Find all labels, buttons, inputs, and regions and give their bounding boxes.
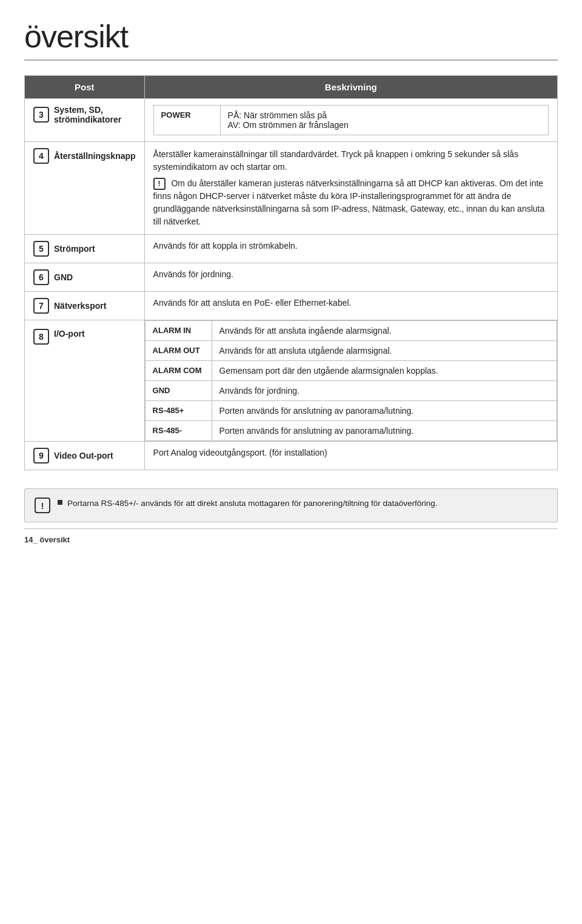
desc-cell-4: Återställer kamerainställningar till sta… [144, 142, 557, 235]
sub-row-gnd: GND Används för jordning. [145, 381, 557, 401]
alarm-out-label: ALARM OUT [145, 341, 212, 361]
note-content: Portarna RS-485+/- används för att direk… [58, 497, 437, 510]
gnd-desc: Används för jordning. [212, 381, 557, 401]
desc-cell-9: Port Analog videoutgångsport. (för insta… [144, 442, 557, 470]
table-row: 7 Nätverksport Används för att ansluta e… [25, 292, 558, 320]
rs485plus-label: RS-485+ [145, 401, 212, 421]
sub-row-rs485minus: RS-485- Porten används för anslutning av… [145, 421, 557, 441]
gnd-label: GND [145, 381, 212, 401]
alarm-com-desc: Gemensam port där den utgående alarmsign… [212, 361, 557, 381]
table-row: 6 GND Används för jordning. [25, 263, 558, 292]
sub-row-alarm-in: ALARM IN Används för att ansluta ingåend… [145, 321, 557, 341]
main-table: Post Beskrivning 3 System, SD,strömindik… [24, 75, 558, 470]
post-label-8: I/O-port [54, 329, 85, 339]
reset-warn: ! Om du återställer kameran justeras nät… [153, 177, 549, 228]
desc-cell-8: ALARM IN Används för att ansluta ingåend… [144, 320, 557, 442]
bullet-icon [58, 500, 62, 505]
sub-row-power: POWER PÅ: När strömmen slås på AV: Om st… [153, 106, 548, 135]
post-cell-6: 6 GND [33, 269, 136, 285]
page-footer: 14_ översikt [24, 528, 558, 544]
table-row: 3 System, SD,strömindikatorer POWER PÅ: … [25, 99, 558, 142]
alarm-in-desc: Används för att ansluta ingående alarmsi… [212, 321, 557, 341]
post-label-5: Strömport [54, 244, 95, 254]
sub-desc-power: PÅ: När strömmen slås på AV: Om strömmen… [220, 106, 548, 135]
number-badge-5: 5 [33, 241, 49, 257]
post-cell-8: 8 I/O-port [33, 326, 136, 345]
table-row-io: 8 I/O-port ALARM IN Används för att ansl… [25, 320, 558, 442]
desc-text-9: Port Analog videoutgångsport. (för insta… [153, 448, 327, 457]
power-on: PÅ: När strömmen slås på [228, 110, 327, 120]
alarm-in-label: ALARM IN [145, 321, 212, 341]
post-cell-9: 9 Video Out-port [33, 448, 136, 464]
number-badge-6: 6 [33, 269, 49, 285]
post-cell-3: 3 System, SD,strömindikatorer [33, 105, 136, 124]
number-badge-8: 8 [33, 329, 49, 345]
sub-label-power: POWER [153, 106, 220, 135]
alarm-out-desc: Används för att ansluta utgående alarmsi… [212, 341, 557, 361]
post-cell-7: 7 Nätverksport [33, 298, 136, 314]
note-icon: ! [35, 497, 50, 513]
desc-text-5: Används för att koppla in strömkabeln. [153, 241, 298, 251]
note-text: Portarna RS-485+/- används för att direk… [67, 497, 437, 510]
number-badge-3: 3 [33, 107, 49, 123]
post-cell-5: 5 Strömport [33, 241, 136, 257]
desc-cell-3: POWER PÅ: När strömmen slås på AV: Om st… [144, 99, 557, 142]
sub-row-alarm-out: ALARM OUT Används för att ansluta utgåen… [145, 341, 557, 361]
warn-icon-4: ! [153, 178, 166, 190]
post-cell-4: 4 Återställningsknapp [33, 148, 136, 164]
reset-warn-text: Om du återställer kameran justeras nätve… [153, 178, 545, 226]
post-label-6: GND [54, 272, 73, 282]
reset-desc-block: Återställer kamerainställningar till sta… [153, 148, 549, 228]
rs485minus-label: RS-485- [145, 421, 212, 441]
header-post: Post [25, 76, 145, 99]
power-off: AV: Om strömmen är frånslagen [228, 120, 349, 130]
sub-row-alarm-com: ALARM COM Gemensam port där den utgående… [145, 361, 557, 381]
desc-cell-5: Används för att koppla in strömkabeln. [144, 235, 557, 263]
number-badge-4: 4 [33, 148, 49, 164]
post-label-4: Återställningsknapp [54, 151, 136, 161]
desc-text-7: Används för att ansluta en PoE- eller Et… [153, 298, 352, 308]
post-label-3: System, SD,strömindikatorer [54, 105, 121, 124]
table-row: 9 Video Out-port Port Analog videoutgång… [25, 442, 558, 470]
number-badge-7: 7 [33, 298, 49, 314]
post-label-7: Nätverksport [54, 301, 106, 311]
header-desc: Beskrivning [144, 76, 557, 99]
desc-cell-7: Används för att ansluta en PoE- eller Et… [144, 292, 557, 320]
desc-text-6: Används för jordning. [153, 269, 233, 279]
note-box: ! Portarna RS-485+/- används för att dir… [24, 488, 558, 522]
sub-table-3: POWER PÅ: När strömmen slås på AV: Om st… [153, 105, 549, 135]
desc-cell-6: Används för jordning. [144, 263, 557, 292]
post-label-9: Video Out-port [54, 451, 113, 460]
table-row: 5 Strömport Används för att koppla in st… [25, 235, 558, 263]
reset-line1: Återställer kamerainställningar till sta… [153, 148, 549, 174]
rs485plus-desc: Porten används för anslutning av panoram… [212, 401, 557, 421]
alarm-com-label: ALARM COM [145, 361, 212, 381]
page-title: översikt [24, 18, 558, 61]
table-row: 4 Återställningsknapp Återställer kamera… [25, 142, 558, 235]
io-sub-table: ALARM IN Används för att ansluta ingåend… [145, 320, 557, 441]
sub-row-rs485plus: RS-485+ Porten används för anslutning av… [145, 401, 557, 421]
rs485minus-desc: Porten används för anslutning av panoram… [212, 421, 557, 441]
number-badge-9: 9 [33, 448, 49, 464]
